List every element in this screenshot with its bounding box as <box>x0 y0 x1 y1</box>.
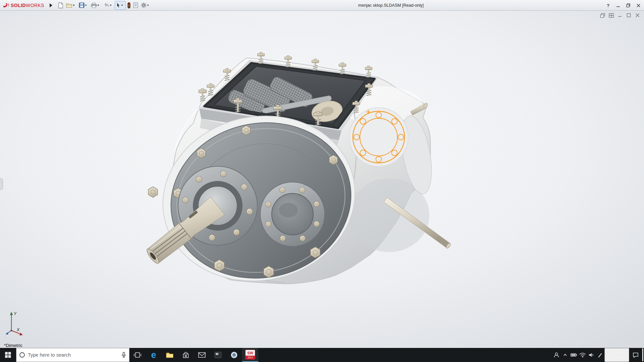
rebuild-traffic-light-icon <box>127 2 130 8</box>
ds-logo-icon <box>3 2 9 8</box>
clock-date: 7/13/2018 <box>608 355 625 360</box>
brand-wordmark: SOLIDWORKS <box>11 3 44 8</box>
select-dropdown-arrow[interactable] <box>121 5 123 6</box>
taskbar-clock[interactable]: 10:31 AM 7/13/2018 <box>604 348 629 362</box>
minimize-icon <box>616 4 620 7</box>
menu-flyout-arrow[interactable] <box>50 3 52 7</box>
battery-icon[interactable] <box>570 348 578 362</box>
undo-icon <box>103 3 109 8</box>
minimize-button[interactable] <box>613 0 623 10</box>
task-view-button[interactable] <box>129 348 146 362</box>
solidworks-taskbar-icon[interactable]: SW 2017 <box>242 348 258 362</box>
doc-tile-button[interactable] <box>608 12 614 18</box>
print-icon <box>91 3 97 8</box>
microphone-icon[interactable] <box>121 352 126 358</box>
options-gear-icon <box>141 2 147 8</box>
select-cursor-icon <box>116 2 121 8</box>
window-controls: ? <box>603 0 643 11</box>
doc-close-button[interactable] <box>634 12 641 18</box>
cortana-icon <box>19 352 25 358</box>
triad-y-label: Y <box>14 311 17 316</box>
people-glyph <box>553 352 560 358</box>
show-desktop-button[interactable] <box>642 348 644 362</box>
system-tray: 10:31 AM 7/13/2018 <box>552 348 644 362</box>
pen-glyph <box>597 352 603 358</box>
rebuild-button[interactable] <box>126 1 131 10</box>
graphics-area[interactable]: Y X *Dimetric <box>0 11 644 348</box>
restore-button[interactable] <box>623 0 633 10</box>
options-button[interactable] <box>140 1 151 10</box>
restore-icon <box>626 3 630 7</box>
new-document-button[interactable] <box>57 1 64 10</box>
save-floppy-icon <box>79 2 85 8</box>
file-explorer-icon[interactable] <box>162 348 178 362</box>
open-button[interactable] <box>65 1 77 10</box>
bearing-cover[interactable] <box>260 182 325 246</box>
battery-glyph <box>570 352 578 358</box>
doc-cascade-button[interactable] <box>599 12 606 18</box>
feature-panel-collapse-tab[interactable] <box>0 178 3 190</box>
taskbar: e <box>0 348 644 362</box>
print-button[interactable] <box>90 1 102 10</box>
chevron-up-icon <box>562 352 568 358</box>
windows-logo-icon <box>5 352 11 358</box>
titlebar: SOLIDWORKS <box>0 0 644 11</box>
dark-app-icon <box>214 351 222 359</box>
new-document-icon <box>58 2 63 8</box>
start-button[interactable] <box>0 348 16 362</box>
volume-icon[interactable] <box>587 348 596 362</box>
action-center-icon <box>632 352 639 358</box>
solidworks-app-tile: SW 2017 <box>245 350 255 360</box>
tile-window-icon <box>609 13 614 18</box>
open-dropdown-arrow[interactable] <box>73 5 75 6</box>
hidden-icons-chevron[interactable] <box>561 348 570 362</box>
people-icon[interactable] <box>552 348 561 362</box>
search-input[interactable] <box>28 352 118 358</box>
undo-button[interactable] <box>102 1 114 10</box>
solidworks-logo: SOLIDWORKS <box>0 2 48 8</box>
open-folder-icon <box>66 3 72 8</box>
pinned-app-dark-icon[interactable] <box>210 348 226 362</box>
envelope-icon <box>198 352 206 358</box>
pen-icon[interactable] <box>596 348 604 362</box>
close-button[interactable] <box>633 0 643 10</box>
print-dropdown-arrow[interactable] <box>97 5 99 6</box>
action-center-button[interactable] <box>629 348 642 362</box>
doc-minimize-button[interactable] <box>617 12 623 18</box>
doc-restore-button[interactable] <box>626 12 632 18</box>
pinned-app-round-icon[interactable] <box>226 348 242 362</box>
close-icon <box>637 4 640 7</box>
orientation-triad: Y X <box>3 308 27 339</box>
save-dropdown-arrow[interactable] <box>85 5 87 6</box>
view-orientation-label: *Dimetric <box>4 343 22 348</box>
document-window-controls <box>599 12 641 18</box>
options-dropdown-arrow[interactable] <box>147 5 149 6</box>
wifi-icon[interactable] <box>578 348 587 362</box>
round-app-icon <box>230 351 238 359</box>
mail-icon[interactable] <box>194 348 210 362</box>
edge-browser-icon[interactable]: e <box>146 348 162 362</box>
wifi-glyph <box>579 352 586 358</box>
doc-restore-icon <box>627 13 631 17</box>
triad-x-label: X <box>16 327 20 332</box>
gearbox-model[interactable] <box>0 11 644 348</box>
quick-access-toolbar <box>57 1 151 10</box>
doc-close-icon <box>635 13 640 17</box>
taskbar-search[interactable] <box>16 348 129 362</box>
undo-dropdown-arrow[interactable] <box>110 5 112 6</box>
save-button[interactable] <box>78 1 89 10</box>
cascade-window-icon <box>600 13 605 18</box>
select-tool-button[interactable] <box>115 1 126 10</box>
clock-time: 10:31 AM <box>609 350 625 355</box>
file-properties-button[interactable] <box>132 1 139 10</box>
doc-minimize-icon <box>618 13 622 17</box>
help-button[interactable]: ? <box>603 0 613 10</box>
folder-icon <box>166 352 174 358</box>
file-properties-icon <box>133 2 138 8</box>
store-bag-icon <box>182 351 190 359</box>
store-icon[interactable] <box>178 348 194 362</box>
document-title: menjac sklop.SLDASM [Read-only] <box>358 3 424 8</box>
speaker-glyph <box>588 352 595 358</box>
task-view-icon <box>133 352 142 358</box>
